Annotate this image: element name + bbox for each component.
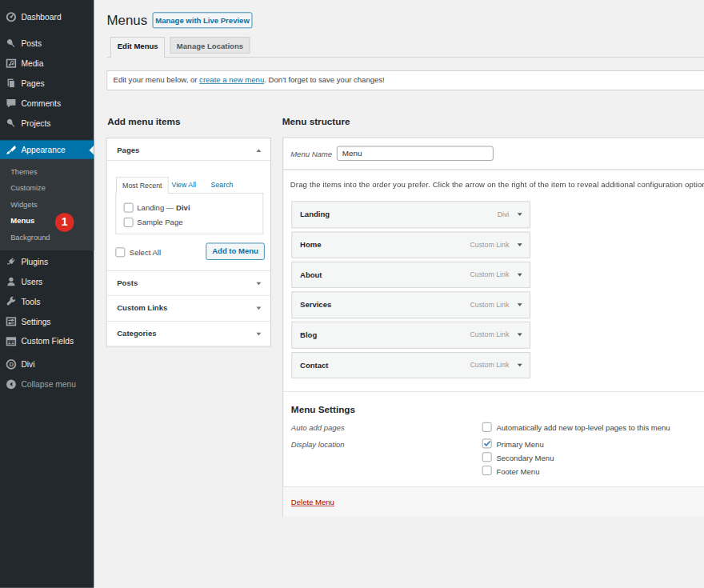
svg-text:D: D [9, 361, 14, 368]
